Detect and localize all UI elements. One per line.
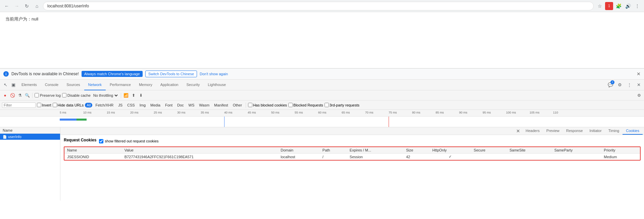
divider-3 — [246, 102, 246, 108]
show-filtered-checkbox[interactable] — [99, 139, 103, 143]
devtools-top-bar: ↖ ▣ Elements Console Sources Network Per… — [0, 80, 644, 90]
tab-initiator[interactable]: Initiator — [586, 127, 605, 135]
settings-button[interactable]: ⚙ — [616, 80, 624, 90]
filter-font-button[interactable]: Font — [163, 103, 174, 107]
forward-button[interactable]: → — [13, 2, 21, 10]
import-button[interactable]: ⬆ — [131, 92, 137, 98]
cookies-table: Name Value Domain Path Expires / M... Si… — [64, 147, 640, 160]
mark-5ms: 5 ms — [60, 111, 66, 114]
disable-cache-label[interactable]: Disable cache — [62, 93, 91, 97]
filter-js-button[interactable]: JS — [116, 103, 124, 107]
filter-img-button[interactable]: Img — [138, 103, 147, 107]
main-panel: Name 📄 userInfo ✕ Headers Preview Respon… — [0, 127, 644, 201]
menu-button[interactable]: ⋮ — [633, 2, 641, 10]
comment-button[interactable]: 💬 2 — [606, 80, 614, 90]
mark-10ms: 10 ms — [83, 111, 92, 114]
close-detail-button[interactable]: ✕ — [514, 127, 522, 135]
mark-25ms: 25 ms — [154, 111, 162, 114]
devtools-panel: ↖ ▣ Elements Console Sources Network Per… — [0, 80, 644, 201]
tab-preview[interactable]: Preview — [543, 127, 563, 135]
back-button[interactable]: ← — [3, 2, 11, 10]
clear-button[interactable]: 🚫 — [9, 92, 15, 98]
bookmark-button[interactable]: ☆ — [596, 2, 604, 10]
has-blocked-cookies-label[interactable]: Has blocked cookies — [248, 103, 287, 107]
filter-doc-button[interactable]: Doc — [176, 103, 186, 107]
mark-100ms: 100 ms — [506, 111, 516, 114]
third-party-checkbox[interactable] — [325, 103, 329, 107]
extension-btn-1[interactable]: 1 — [605, 2, 613, 10]
always-match-button[interactable]: Always match Chrome's language — [82, 71, 143, 77]
extension-btn-2[interactable]: 🧩 — [614, 2, 623, 10]
divider-1 — [32, 93, 33, 98]
close-devtools-button[interactable]: ✕ — [635, 80, 643, 90]
mark-85ms: 85 ms — [436, 111, 444, 114]
preserve-log-label[interactable]: Preserve log — [35, 93, 61, 97]
mark-95ms: 95 ms — [483, 111, 491, 114]
invert-checkbox[interactable] — [37, 103, 41, 107]
more-tools-button[interactable]: ⋮ — [625, 80, 633, 90]
third-party-text: 3rd-party requests — [330, 103, 359, 107]
settings-icon-button[interactable]: ⚙ — [636, 92, 642, 98]
tab-headers[interactable]: Headers — [522, 127, 543, 135]
filter-wasm-button[interactable]: Wasm — [197, 103, 211, 107]
tab-elements[interactable]: Elements — [17, 80, 41, 90]
col-expires: Expires / M... — [347, 147, 403, 154]
filter-other-button[interactable]: Other — [231, 103, 244, 107]
devtools-top-right: 💬 2 ⚙ ⋮ ✕ — [606, 80, 643, 90]
record-button[interactable]: ● — [2, 92, 8, 98]
table-row[interactable]: JSESSIONIDB7277431946A2FFC921F661C198EA5… — [64, 154, 640, 160]
tab-performance[interactable]: Performance — [106, 80, 135, 90]
extension-btn-3[interactable]: 🔊 — [624, 2, 632, 10]
third-party-label[interactable]: 3rd-party requests — [325, 103, 359, 107]
hide-data-urls-checkbox[interactable] — [53, 103, 57, 107]
tab-lighthouse[interactable]: Lighthouse — [204, 80, 230, 90]
tab-response[interactable]: Response — [563, 127, 586, 135]
name-header: Name — [0, 127, 60, 134]
home-button[interactable]: ⌂ — [33, 2, 41, 10]
filter-fetch-xhr-button[interactable]: Fetch/XHR — [94, 103, 115, 107]
tab-sources[interactable]: Sources — [62, 80, 84, 90]
filter-css-button[interactable]: CSS — [126, 103, 137, 107]
comment-count: 2 — [610, 80, 614, 84]
tab-cookies[interactable]: Cookies — [623, 127, 643, 135]
notification-text: DevTools is now available in Chinese! — [11, 72, 79, 76]
info-icon: i — [3, 71, 9, 77]
notification-close-button[interactable]: ✕ — [637, 71, 641, 77]
inspect-element-button[interactable]: ↖ — [1, 80, 9, 90]
filter-ws-button[interactable]: WS — [187, 103, 196, 107]
tab-console[interactable]: Console — [41, 80, 62, 90]
preserve-log-checkbox[interactable] — [35, 93, 39, 97]
filter-media-button[interactable]: Media — [149, 103, 162, 107]
tab-application[interactable]: Application — [156, 80, 183, 90]
dont-show-link[interactable]: Don't show again — [200, 72, 228, 76]
filter-manifest-button[interactable]: Manifest — [212, 103, 230, 107]
has-blocked-cookies-checkbox[interactable] — [248, 103, 252, 107]
timeline-area: 5 ms 10 ms 15 ms 20 ms 25 ms 30 ms 35 ms… — [0, 110, 644, 127]
device-mode-button[interactable]: ▣ — [9, 80, 17, 90]
network-conditions-button[interactable]: 📶 — [123, 92, 129, 98]
filter-icon-button[interactable]: ⚗ — [17, 92, 23, 98]
blocked-requests-checkbox[interactable] — [288, 103, 293, 107]
filter-all-button[interactable]: All — [85, 103, 92, 107]
timeline-line-blue — [224, 117, 225, 127]
reload-button[interactable]: ↻ — [23, 2, 31, 10]
tab-security[interactable]: Security — [182, 80, 204, 90]
switch-devtools-button[interactable]: Switch DevTools to Chinese — [145, 71, 197, 77]
tab-memory[interactable]: Memory — [135, 80, 156, 90]
search-button[interactable]: 🔍 — [24, 92, 30, 98]
export-button[interactable]: ⬇ — [138, 92, 144, 98]
address-bar[interactable] — [43, 2, 594, 10]
disable-cache-checkbox[interactable] — [62, 93, 66, 97]
tab-network[interactable]: Network — [84, 80, 106, 90]
filter-input[interactable] — [2, 102, 36, 108]
throttle-select[interactable]: No throttling Fast 3G Slow 3G Offline — [92, 93, 119, 98]
tab-timing[interactable]: Timing — [605, 127, 623, 135]
blocked-requests-label[interactable]: Blocked Requests — [288, 103, 323, 107]
invert-text: Invert — [42, 103, 51, 107]
invert-label[interactable]: Invert — [37, 103, 51, 107]
list-item-userinfo[interactable]: 📄 userInfo — [0, 134, 60, 140]
hide-data-urls-label[interactable]: Hide data URLs — [53, 103, 84, 107]
timeline-ruler: 5 ms 10 ms 15 ms 20 ms 25 ms 30 ms 35 ms… — [0, 110, 644, 117]
show-filtered-label[interactable]: show filtered out request cookies — [99, 139, 158, 143]
mark-60ms: 60 ms — [318, 111, 327, 114]
